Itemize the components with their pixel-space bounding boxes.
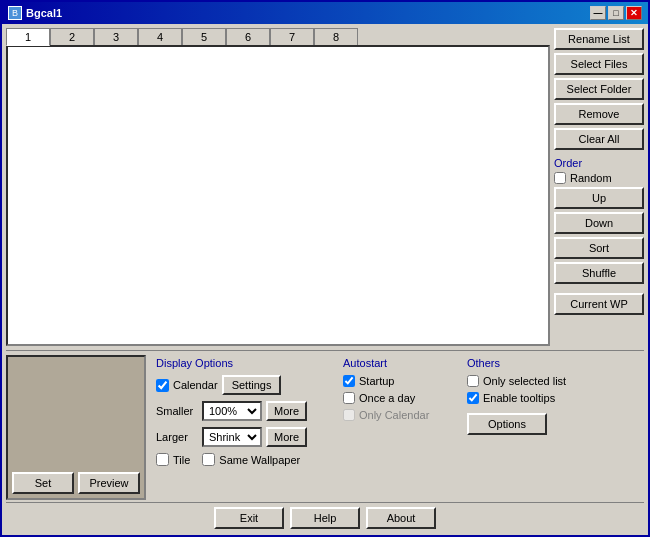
restore-button[interactable]: □ (608, 6, 624, 20)
order-section: Order Random Up Down Sort Shuffle (554, 157, 644, 284)
settings-button[interactable]: Settings (222, 375, 282, 395)
once-a-day-label: Once a day (359, 392, 415, 404)
larger-row: Larger Shrink Stretch Fit More (156, 427, 327, 447)
main-window: B Bgcal1 — □ ✕ 1 2 3 4 5 6 7 8 (0, 0, 650, 537)
startup-row: Startup (343, 375, 451, 387)
random-checkbox[interactable] (554, 172, 566, 184)
clear-all-button[interactable]: Clear All (554, 128, 644, 150)
calendar-label: Calendar (173, 379, 218, 391)
tab-6[interactable]: 6 (226, 28, 270, 45)
only-selected-list-checkbox[interactable] (467, 375, 479, 387)
help-button[interactable]: Help (290, 507, 360, 529)
larger-select[interactable]: Shrink Stretch Fit (202, 427, 262, 447)
tab-5[interactable]: 5 (182, 28, 226, 45)
sort-button[interactable]: Sort (554, 237, 644, 259)
calendar-checkbox[interactable] (156, 379, 169, 392)
only-calendar-checkbox[interactable] (343, 409, 355, 421)
smaller-select[interactable]: 100% 75% 50% (202, 401, 262, 421)
select-files-button[interactable]: Select Files (554, 53, 644, 75)
smaller-more-button[interactable]: More (266, 401, 307, 421)
larger-more-button[interactable]: More (266, 427, 307, 447)
others-section: Others Only selected list Enable tooltip… (461, 355, 644, 500)
file-list[interactable] (6, 45, 550, 346)
only-selected-list-label: Only selected list (483, 375, 566, 387)
tab-1[interactable]: 1 (6, 28, 50, 46)
startup-label: Startup (359, 375, 394, 387)
calendar-row: Calendar Settings (156, 375, 327, 395)
rename-list-button[interactable]: Rename List (554, 28, 644, 50)
once-a-day-row: Once a day (343, 392, 451, 404)
up-button[interactable]: Up (554, 187, 644, 209)
random-checkbox-row: Random (554, 172, 644, 184)
display-options-title: Display Options (156, 357, 327, 369)
smaller-label: Smaller (156, 405, 198, 417)
enable-tooltips-label: Enable tooltips (483, 392, 555, 404)
startup-checkbox[interactable] (343, 375, 355, 387)
about-button[interactable]: About (366, 507, 436, 529)
display-options: Display Options Calendar Settings Smalle… (150, 355, 333, 500)
smaller-row: Smaller 100% 75% 50% More (156, 401, 327, 421)
others-title: Others (467, 357, 638, 369)
left-panel: 1 2 3 4 5 6 7 8 (6, 28, 550, 346)
bottom-section: Set Preview Display Options Calendar Set… (6, 350, 644, 500)
tile-label: Tile (173, 454, 190, 466)
larger-label: Larger (156, 431, 198, 443)
window-title: Bgcal1 (26, 7, 62, 19)
tab-3[interactable]: 3 (94, 28, 138, 45)
autostart-title: Autostart (343, 357, 451, 369)
app-icon: B (8, 6, 22, 20)
random-label: Random (570, 172, 612, 184)
only-selected-list-row: Only selected list (467, 375, 638, 387)
current-wp-button[interactable]: Current WP (554, 293, 644, 315)
preview-button[interactable]: Preview (78, 472, 140, 494)
title-bar-left: B Bgcal1 (8, 6, 62, 20)
title-bar: B Bgcal1 — □ ✕ (2, 2, 648, 24)
tile-checkbox[interactable] (156, 453, 169, 466)
same-wallpaper-label: Same Wallpaper (219, 454, 300, 466)
options-button[interactable]: Options (467, 413, 547, 435)
down-button[interactable]: Down (554, 212, 644, 234)
enable-tooltips-checkbox[interactable] (467, 392, 479, 404)
tab-2[interactable]: 2 (50, 28, 94, 45)
tab-7[interactable]: 7 (270, 28, 314, 45)
title-controls: — □ ✕ (590, 6, 642, 20)
preview-box: Set Preview (6, 355, 146, 500)
only-calendar-label: Only Calendar (359, 409, 429, 421)
tab-4[interactable]: 4 (138, 28, 182, 45)
same-wallpaper-checkbox[interactable] (202, 453, 215, 466)
exit-button[interactable]: Exit (214, 507, 284, 529)
bottom-bar: Exit Help About (6, 502, 644, 531)
right-panel: Rename List Select Files Select Folder R… (554, 28, 644, 346)
minimize-button[interactable]: — (590, 6, 606, 20)
once-a-day-checkbox[interactable] (343, 392, 355, 404)
content-area: 1 2 3 4 5 6 7 8 Rename List Select Files… (2, 24, 648, 535)
select-folder-button[interactable]: Select Folder (554, 78, 644, 100)
bottom-checkboxes: Tile Same Wallpaper (156, 453, 327, 466)
shuffle-button[interactable]: Shuffle (554, 262, 644, 284)
autostart-section: Autostart Startup Once a day Only Calend… (337, 355, 457, 500)
main-area: 1 2 3 4 5 6 7 8 Rename List Select Files… (6, 28, 644, 346)
remove-button[interactable]: Remove (554, 103, 644, 125)
enable-tooltips-row: Enable tooltips (467, 392, 638, 404)
tab-8[interactable]: 8 (314, 28, 358, 45)
order-label: Order (554, 157, 644, 169)
close-button[interactable]: ✕ (626, 6, 642, 20)
tabs-container: 1 2 3 4 5 6 7 8 (6, 28, 550, 45)
only-calendar-row: Only Calendar (343, 409, 451, 421)
preview-buttons: Set Preview (12, 472, 140, 494)
set-button[interactable]: Set (12, 472, 74, 494)
